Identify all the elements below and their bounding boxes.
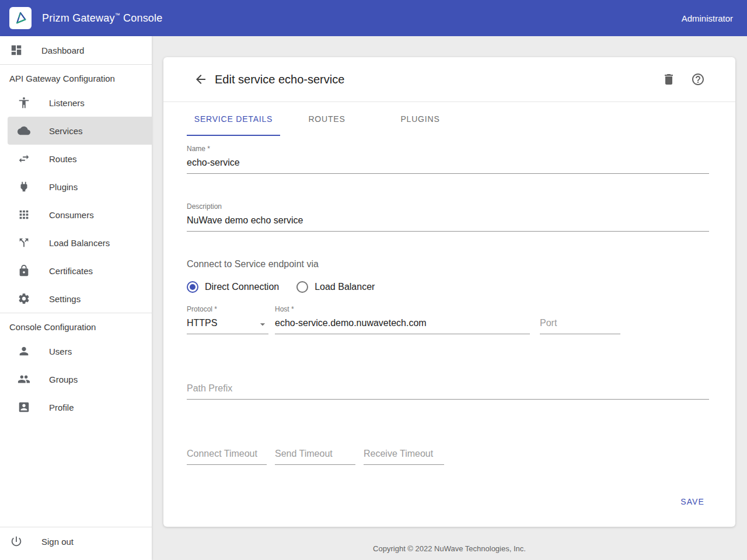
sidebar-item-label: Load Balancers xyxy=(49,238,110,248)
name-field-label: Name * xyxy=(187,144,709,153)
description-field-group: Description NuWave demo echo service xyxy=(187,202,709,232)
radio-load-balancer[interactable]: Load Balancer xyxy=(296,281,375,293)
sidebar-item-dashboard[interactable]: Dashboard xyxy=(0,36,152,64)
sidebar-item-label: Certificates xyxy=(49,266,93,276)
signout-block: Sign out xyxy=(0,527,152,560)
sidebar-item-load-balancers[interactable]: Load Balancers xyxy=(0,229,152,257)
sidebar-item-users[interactable]: Users xyxy=(0,337,152,365)
sidebar-item-label: Groups xyxy=(49,374,78,384)
sign-out-label: Sign out xyxy=(41,537,74,547)
sidebar-item-profile[interactable]: Profile xyxy=(0,393,152,421)
tab-routes[interactable]: ROUTES xyxy=(280,102,374,136)
service-details-form: Name * echo-service Description NuWave d… xyxy=(163,136,735,465)
sidebar-item-label: Plugins xyxy=(49,182,78,192)
person-icon xyxy=(18,345,30,358)
name-field-group: Name * echo-service xyxy=(187,144,709,174)
tab-bar: SERVICE DETAILS ROUTES PLUGINS xyxy=(163,102,735,136)
sidebar-item-routes[interactable]: Routes xyxy=(0,145,152,173)
sidebar-item-label: Services xyxy=(49,126,83,136)
sidebar-item-certificates[interactable]: Certificates xyxy=(0,257,152,285)
section-console-configuration: Console Configuration xyxy=(0,313,152,337)
radio-button-icon xyxy=(296,281,308,293)
protocol-select[interactable]: HTTPS xyxy=(187,314,268,334)
description-field-label: Description xyxy=(187,202,709,211)
path-prefix-field-group: Path Prefix xyxy=(187,379,709,400)
lock-icon xyxy=(18,264,30,277)
endpoint-field-row: Protocol * HTTPS Host * echo-service.dem… xyxy=(187,304,709,334)
section-api-gateway-configuration: API Gateway Configuration xyxy=(0,65,152,89)
app-title: Prizm Gateway™ Console xyxy=(42,12,163,24)
radio-label: Load Balancer xyxy=(315,282,375,292)
sidebar-item-consumers[interactable]: Consumers xyxy=(0,201,152,229)
host-field-label: Host * xyxy=(275,304,530,314)
user-menu[interactable]: Administrator xyxy=(682,13,733,23)
back-arrow-icon[interactable] xyxy=(194,72,208,86)
tab-service-details[interactable]: SERVICE DETAILS xyxy=(187,102,280,136)
save-button[interactable]: SAVE xyxy=(676,492,709,512)
help-icon[interactable] xyxy=(691,72,705,86)
sidebar-item-label: Listeners xyxy=(49,98,85,108)
people-icon xyxy=(18,373,30,386)
sidebar-item-label: Settings xyxy=(49,294,81,304)
plug-icon xyxy=(18,180,30,193)
edit-service-card: Edit service echo-service SERVICE DETAIL… xyxy=(163,57,735,527)
description-input[interactable]: NuWave demo echo service xyxy=(187,211,709,232)
apps-grid-icon xyxy=(18,208,30,221)
call-split-icon xyxy=(18,236,30,249)
port-field-group: Port xyxy=(540,314,620,334)
radio-button-icon xyxy=(187,281,198,293)
connect-timeout-field-group: Connect Timeout xyxy=(187,444,267,465)
profile-card-icon xyxy=(18,401,30,414)
sidebar-item-services[interactable]: Services xyxy=(8,117,152,145)
receive-timeout-input[interactable]: Receive Timeout xyxy=(364,444,444,465)
host-input[interactable]: echo-service.demo.nuwavetech.com xyxy=(275,314,530,334)
port-input[interactable]: Port xyxy=(540,314,620,334)
sidebar-item-label: Consumers xyxy=(49,210,94,220)
radio-label: Direct Connection xyxy=(205,282,279,292)
connection-type-radio-group: Direct Connection Load Balancer xyxy=(187,279,709,295)
protocol-field-label: Protocol * xyxy=(187,304,268,314)
gear-icon xyxy=(18,292,30,305)
send-timeout-input[interactable]: Send Timeout xyxy=(275,444,355,465)
power-icon xyxy=(10,535,23,548)
sidebar-item-groups[interactable]: Groups xyxy=(0,365,152,393)
connect-timeout-input[interactable]: Connect Timeout xyxy=(187,444,267,465)
dashboard-icon xyxy=(10,44,23,57)
app-header: Prizm Gateway™ Console Administrator xyxy=(0,0,747,36)
prizm-logo-icon xyxy=(9,7,32,29)
receive-timeout-field-group: Receive Timeout xyxy=(364,444,444,465)
swap-arrows-icon xyxy=(18,152,30,165)
protocol-field-group: Protocol * HTTPS xyxy=(187,304,268,334)
sidebar-item-label: Dashboard xyxy=(41,46,84,55)
main-content: Edit service echo-service SERVICE DETAIL… xyxy=(152,36,747,560)
timeout-field-row: Connect Timeout Send Timeout Receive Tim… xyxy=(187,444,709,465)
name-input[interactable]: echo-service xyxy=(187,153,709,174)
send-timeout-field-group: Send Timeout xyxy=(275,444,355,465)
copyright-footer: Copyright © 2022 NuWave Technologies, In… xyxy=(163,538,735,560)
host-field-group: Host * echo-service.demo.nuwavetech.com xyxy=(275,304,530,334)
chevron-down-icon xyxy=(257,318,268,330)
listener-person-icon xyxy=(18,96,30,109)
path-prefix-input[interactable]: Path Prefix xyxy=(187,379,709,400)
sidebar-item-label: Routes xyxy=(49,154,77,164)
sidebar: Dashboard API Gateway Configuration List… xyxy=(0,36,152,560)
endpoint-heading: Connect to Service endpoint via xyxy=(187,257,709,271)
sidebar-item-listeners[interactable]: Listeners xyxy=(0,89,152,117)
page-title: Edit service echo-service xyxy=(215,73,344,86)
card-header: Edit service echo-service xyxy=(163,57,735,102)
cloud-icon xyxy=(18,124,30,137)
sidebar-item-label: Users xyxy=(49,346,72,356)
radio-direct-connection[interactable]: Direct Connection xyxy=(187,281,279,293)
card-actions: SAVE xyxy=(163,465,735,527)
trash-icon[interactable] xyxy=(662,72,676,86)
sign-out-button[interactable]: Sign out xyxy=(0,527,152,555)
sidebar-item-label: Profile xyxy=(49,402,74,412)
tab-plugins[interactable]: PLUGINS xyxy=(374,102,467,136)
sidebar-item-plugins[interactable]: Plugins xyxy=(0,173,152,201)
sidebar-item-settings[interactable]: Settings xyxy=(0,285,152,313)
